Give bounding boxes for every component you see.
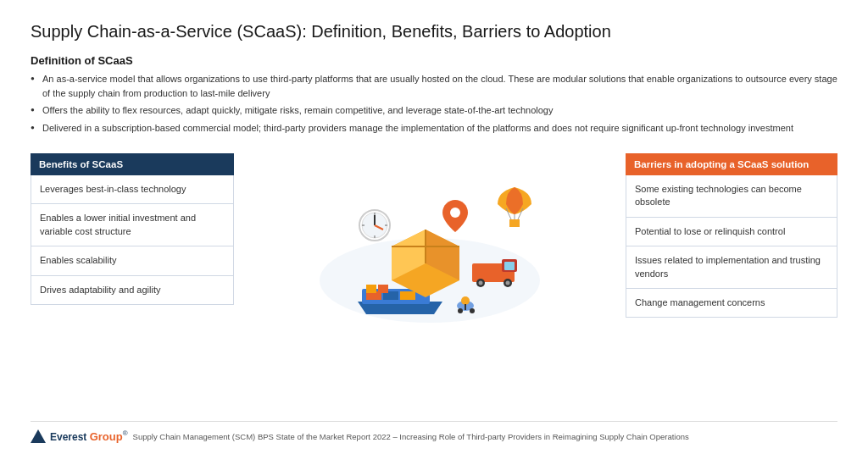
svg-rect-4	[400, 291, 415, 300]
bullet-3: Delivered in a subscription-based commer…	[31, 121, 837, 136]
definition-section: Definition of SCaaS An as-a-service mode…	[31, 54, 837, 138]
svg-rect-6	[378, 285, 388, 293]
content-row: Benefits of SCaaS Leverages best-in-clas…	[31, 153, 837, 414]
barriers-header: Barriers in adopting a SCaaS solution	[626, 153, 837, 175]
svg-rect-28	[509, 219, 520, 227]
footer: Everest Group® Supply Chain Management (…	[31, 421, 837, 444]
page-title: Supply Chain-as-a-Service (SCaaS): Defin…	[31, 20, 837, 42]
barriers-panel: Barriers in adopting a SCaaS solution So…	[626, 153, 837, 318]
logo-text: Everest Group®	[50, 429, 128, 444]
bullet-2: Offers the ability to flex resources, ad…	[31, 103, 837, 118]
svg-point-9	[450, 208, 460, 218]
svg-point-30	[461, 296, 470, 305]
logo-group: Group	[90, 430, 123, 443]
svg-point-33	[470, 308, 475, 313]
barriers-item-2: Potential to lose or relinquish control	[626, 218, 837, 246]
svg-point-15	[506, 281, 510, 285]
supply-chain-svg	[307, 153, 553, 331]
benefits-item-2: Enables a lower initial investment and v…	[31, 204, 234, 246]
logo-triangle-icon	[31, 429, 46, 443]
footer-logo: Everest Group®	[31, 429, 128, 444]
barriers-item-4: Change management concerns	[626, 289, 837, 318]
svg-point-13	[479, 281, 483, 285]
svg-rect-5	[366, 285, 376, 293]
definition-heading: Definition of SCaaS	[31, 54, 837, 67]
svg-rect-16	[504, 262, 515, 270]
logo-everest: Everest	[50, 431, 90, 443]
bullet-1: An as-a-service model that allows organi…	[31, 72, 837, 100]
benefits-header: Benefits of SCaaS	[31, 153, 234, 175]
center-illustration	[242, 153, 617, 331]
benefits-item-3: Enables scalability	[31, 246, 234, 275]
barriers-item-1: Some existing technologies can become ob…	[626, 175, 837, 218]
page-container: Supply Chain-as-a-Service (SCaaS): Defin…	[0, 0, 868, 454]
barriers-item-3: Issues related to implementation and tru…	[626, 246, 837, 289]
footer-caption: Supply Chain Management (SCM) BPS State …	[133, 432, 689, 441]
svg-point-32	[458, 308, 463, 313]
logo-registered-icon: ®	[123, 429, 128, 437]
benefits-item-1: Leverages best-in-class technology	[31, 175, 234, 204]
definition-bullets: An as-a-service model that allows organi…	[31, 72, 837, 135]
benefits-panel: Benefits of SCaaS Leverages best-in-clas…	[31, 153, 234, 305]
benefits-item-4: Drives adaptability and agility	[31, 276, 234, 305]
